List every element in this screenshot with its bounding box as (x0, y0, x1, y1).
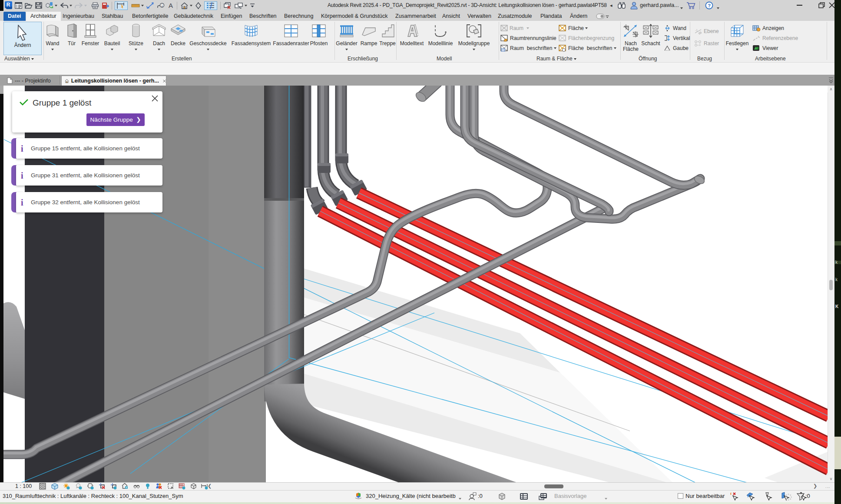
svg-text:-1: -1 (695, 29, 698, 32)
svg-text:?: ? (708, 3, 711, 8)
svg-text:R: R (7, 2, 10, 8)
svg-text:A: A (169, 2, 173, 9)
svg-text:1: 1 (161, 4, 163, 7)
